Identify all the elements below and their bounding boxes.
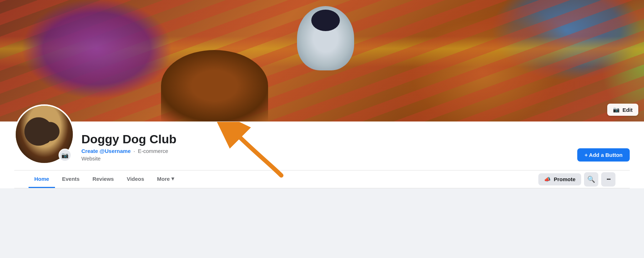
page-container: 📷 Edit 📷 Doggy Dog Club Create @Username… — [0, 0, 644, 188]
promote-label: Promote — [554, 176, 575, 182]
page-name-block: Doggy Dog Club Create @Username · E-comm… — [81, 133, 570, 164]
search-button[interactable]: 🔍 — [584, 172, 598, 187]
nav-actions: 📣 Promote 🔍 ··· — [538, 172, 615, 187]
edit-cover-button[interactable]: 📷 Edit — [607, 104, 638, 116]
chevron-down-icon: ▾ — [171, 175, 174, 182]
edit-cover-label: Edit — [623, 107, 633, 113]
tab-events[interactable]: Events — [56, 171, 85, 188]
camera-icon: 📷 — [613, 106, 620, 113]
profile-section: 📷 Doggy Dog Club Create @Username · E-co… — [0, 121, 644, 188]
promote-button[interactable]: 📣 Promote — [538, 173, 581, 185]
tab-videos[interactable]: Videos — [121, 171, 150, 188]
page-category: E-commerce — [138, 148, 168, 154]
nav-tabs: Home Events Reviews Videos More ▾ 📣 Prom… — [14, 170, 630, 188]
avatar-camera-icon: 📷 — [61, 152, 69, 159]
avatar-wrapper: 📷 — [14, 104, 74, 164]
cover-dog-face — [290, 6, 361, 92]
action-buttons: + Add a Button — [577, 148, 630, 164]
search-icon: 🔍 — [587, 175, 595, 183]
more-options-button[interactable]: ··· — [601, 172, 615, 187]
page-title: Doggy Dog Club — [81, 133, 570, 146]
tab-more[interactable]: More ▾ — [151, 170, 180, 188]
ellipsis-icon: ··· — [607, 175, 610, 183]
avatar-camera-button[interactable]: 📷 — [59, 149, 71, 162]
create-username-link[interactable]: Create @Username — [81, 148, 131, 154]
page-website[interactable]: Website — [81, 155, 570, 162]
page-meta: Create @Username · E-commerce — [81, 148, 570, 154]
cover-photo: 📷 Edit — [0, 0, 644, 121]
tab-reviews[interactable]: Reviews — [87, 171, 120, 188]
profile-info-row: 📷 Doggy Dog Club Create @Username · E-co… — [14, 121, 630, 170]
tab-home[interactable]: Home — [29, 171, 55, 188]
promote-icon: 📣 — [544, 176, 551, 183]
meta-separator: · — [134, 148, 135, 154]
cover-bottom-dog — [161, 50, 268, 121]
add-button-label: + Add a Button — [584, 152, 623, 158]
add-button-cta[interactable]: + Add a Button — [577, 148, 630, 162]
